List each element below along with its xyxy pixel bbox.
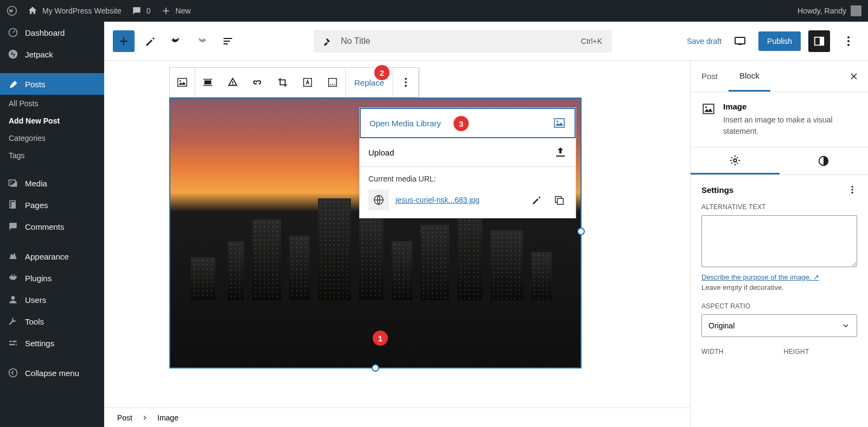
comments-link[interactable]: 0 <box>131 5 151 16</box>
admin-bar: My WordPress Website 0 New Howdy, Randy <box>0 0 868 22</box>
new-link[interactable]: New <box>161 5 191 16</box>
user-greeting[interactable]: Howdy, Randy <box>797 5 861 16</box>
avatar <box>851 5 861 16</box>
home-link[interactable]: My WordPress Website <box>27 5 122 16</box>
wp-logo[interactable] <box>7 5 17 16</box>
